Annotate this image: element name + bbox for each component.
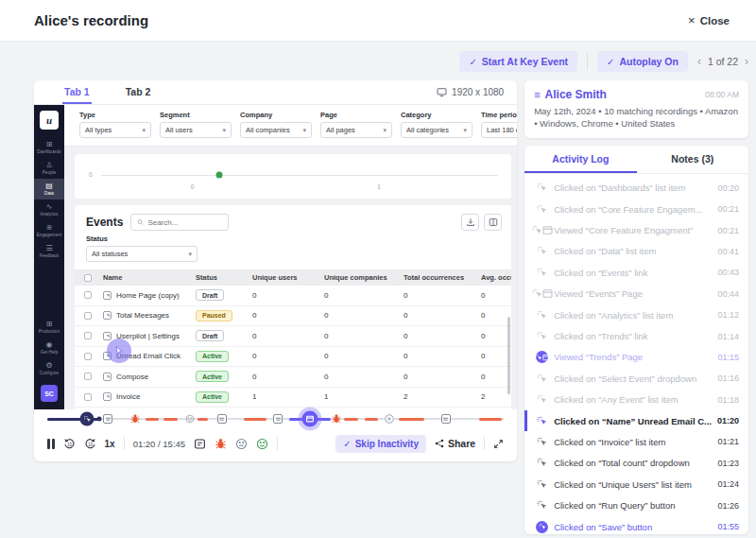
timeline-event-marker[interactable] — [103, 414, 112, 424]
unique-users-value: 0 — [252, 311, 324, 320]
activity-log-item[interactable]: Clicked on “Dashboards” list item 00:20 — [524, 178, 748, 199]
prev-recording-button[interactable]: ‹ — [697, 55, 701, 68]
row-checkbox[interactable] — [84, 332, 92, 339]
share-button[interactable]: Share — [435, 438, 475, 449]
panel-tab[interactable]: Activity Log — [524, 146, 636, 173]
rewind-10-button[interactable]: 10 — [63, 438, 76, 450]
row-checkbox[interactable] — [84, 312, 92, 320]
report-bug-button[interactable] — [215, 438, 227, 450]
playback-speed-button[interactable]: 1x — [105, 439, 115, 449]
select-all-checkbox[interactable] — [84, 274, 92, 282]
trend-chart: 0 01 — [75, 154, 511, 199]
timeline-event-marker[interactable] — [441, 414, 451, 424]
notes-icon — [194, 438, 206, 450]
activity-log-item[interactable]: Clicked on “Trends” link 01:14 — [524, 325, 748, 346]
skip-inactivity-toggle[interactable]: ✓ Skip Inactivity — [335, 435, 426, 453]
sidebar-item-icon: ⊞ — [46, 320, 53, 328]
table-row[interactable]: Invoice Active 1 1 2 2 ⋮ — [75, 388, 511, 408]
activity-log-item[interactable]: Clicked on “Run Query” button 01:26 — [524, 495, 748, 515]
activity-log-item[interactable]: Clicked on “Unique Users” list item 01:2… — [524, 474, 748, 495]
activity-log-item[interactable]: Viewed “Core Feature Engagment” 00:21 — [524, 219, 748, 240]
filter-label: Type — [79, 111, 151, 119]
pause-button[interactable] — [47, 439, 55, 449]
autoplay-label: Autoplay On — [619, 56, 678, 67]
events-search[interactable] — [130, 214, 229, 231]
player-tab[interactable]: Tab 2 — [124, 80, 153, 104]
timeline-event-marker[interactable] — [217, 414, 227, 424]
activity-time: 01:21 — [717, 437, 739, 446]
fullscreen-button[interactable] — [493, 439, 504, 449]
sidebar-item[interactable]: ⊞ Production — [34, 317, 64, 338]
activity-log-item[interactable]: Clicked on “Core Feature Engagem... 00:2… — [524, 199, 748, 219]
activity-text: Clicked on “Dashboards” list item — [554, 182, 712, 193]
table-row[interactable]: Compose Active 0 0 0 0 ⋮ — [75, 367, 511, 388]
playback-timeline[interactable] — [47, 409, 504, 428]
filter-select[interactable]: All categories ▾ — [401, 122, 472, 138]
filter-select[interactable]: All types ▾ — [79, 122, 151, 138]
row-checkbox[interactable] — [84, 291, 92, 299]
table-scrollbar[interactable] — [507, 317, 510, 394]
sidebar-item[interactable]: ♙ People — [34, 158, 64, 179]
activity-text: Viewed “Trends” Page — [554, 352, 712, 362]
click-event-icon — [532, 225, 542, 235]
filter-select[interactable]: All pages ▾ — [320, 122, 392, 138]
user-name-link[interactable]: Alice Smith — [545, 88, 701, 101]
frown-reaction-button[interactable] — [235, 438, 248, 450]
smile-reaction-button[interactable] — [256, 438, 268, 450]
timeline-event-marker[interactable] — [96, 417, 101, 422]
row-checkbox[interactable] — [84, 393, 92, 401]
filter-select[interactable]: All companies ▾ — [240, 122, 312, 138]
sidebar-item[interactable]: ▤ Data — [34, 179, 64, 200]
forward-10-button[interactable]: 10 — [84, 438, 96, 450]
activity-log-item[interactable]: Clicked on “Invoice” list item 01:21 — [524, 431, 748, 452]
sidebar-item[interactable]: ∿ Analytics — [34, 200, 64, 220]
close-button[interactable]: × Close — [688, 13, 730, 27]
download-button[interactable] — [461, 214, 479, 231]
click-event-icon — [537, 458, 547, 468]
search-input[interactable] — [147, 218, 222, 227]
avatar[interactable]: SC — [41, 385, 58, 402]
sidebar-item[interactable]: ◉ Get Help — [34, 338, 64, 358]
activity-log-item[interactable]: Clicked on “Total count” dropdown 01:23 — [524, 453, 748, 474]
table-row[interactable]: Userpilot | Settings Draft 0 0 0 0 ⋮ — [75, 326, 511, 347]
sidebar-item-label: Dashboards — [37, 149, 60, 154]
table-row[interactable]: Total Meesages Paused 0 0 0 0 ⋮ — [75, 306, 511, 327]
activity-log-item[interactable]: Clicked on “Events” link 00:43 — [524, 262, 748, 283]
timeline-event-marker[interactable] — [273, 414, 283, 424]
timeline-event-marker[interactable] — [185, 414, 195, 424]
activity-log-item[interactable]: Clicked on “Save” button 01:55 — [524, 516, 748, 534]
activity-log-item[interactable]: Viewed “Trends” Page 01:15 — [524, 347, 748, 368]
forward-10-icon: 10 — [84, 438, 96, 450]
sidebar-item[interactable]: ≋ Engagement — [34, 220, 64, 241]
sidebar-item[interactable]: ⚙ Configure — [34, 358, 64, 379]
timeline-event-marker[interactable] — [301, 411, 318, 427]
columns-button[interactable] — [484, 214, 502, 231]
next-recording-button[interactable]: › — [745, 55, 748, 68]
panel-tab[interactable]: Notes (3) — [637, 146, 748, 173]
row-checkbox[interactable] — [84, 373, 92, 380]
sidebar-item[interactable]: ⊞ Dashboards — [34, 137, 64, 158]
activity-log-item[interactable]: Clicked on “Analytics” list item 01:12 — [524, 304, 748, 325]
autoplay-toggle[interactable]: ✓ Autoplay On — [597, 51, 688, 72]
table-row[interactable]: Unread Email Click Active 0 0 0 0 ⋮ — [75, 347, 511, 368]
notes-button[interactable] — [194, 438, 206, 450]
activity-card: Activity LogNotes (3) Clicked on “Dashbo… — [524, 146, 748, 534]
row-checkbox[interactable] — [84, 353, 92, 360]
activity-log-item[interactable]: Clicked on “Name” Unread Email C... 01:2… — [524, 410, 748, 431]
status-select[interactable]: All statuses ▾ — [86, 246, 198, 262]
table-row[interactable]: Home Page (copy) Draft 0 0 0 0 ⋮ — [75, 286, 511, 306]
activity-log-item[interactable]: Clicked on “Data” list item 00:41 — [524, 241, 748, 262]
activity-log-item[interactable]: Clicked on “Any Event” list item 01:18 — [524, 390, 748, 410]
sidebar-item[interactable]: ☰ Feedback — [34, 241, 64, 262]
start-at-key-event-button[interactable]: ✓ Start At Key Event — [459, 51, 577, 72]
player-tab[interactable]: Tab 1 — [62, 80, 92, 104]
activity-log-item[interactable]: Clicked on “Select Event” dropdown 01:16 — [524, 368, 748, 389]
timeline-event-marker[interactable] — [130, 414, 141, 425]
filter-select[interactable]: All users ▾ — [160, 122, 232, 138]
activity-log-item[interactable]: Viewed “Events” Page 00:44 — [524, 284, 748, 304]
timeline-event-marker[interactable] — [384, 414, 394, 425]
timeline-event-marker[interactable] — [80, 412, 94, 426]
filter-select[interactable]: Last 180 days ▾ — [481, 122, 517, 138]
sidebar-item-icon: ◉ — [46, 340, 53, 349]
timeline-event-marker[interactable] — [331, 414, 341, 425]
